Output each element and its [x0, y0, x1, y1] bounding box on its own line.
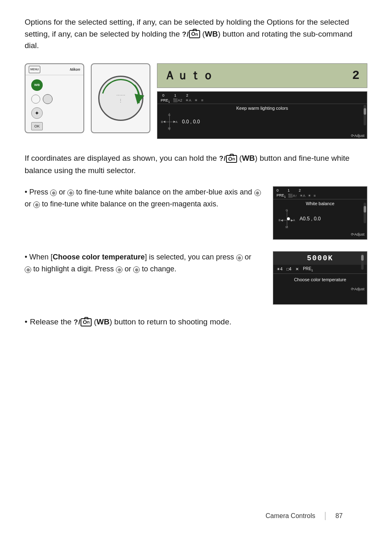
- page-footer: Camera Controls 87: [265, 512, 343, 520]
- camera-top-bar: MENU Nikon: [25, 64, 83, 75]
- wb-button-icon-2: ?/On: [219, 153, 237, 164]
- wb-button-row: WB: [31, 79, 78, 91]
- ct-lcd-top: 5000K: [273, 252, 367, 265]
- wb-lcd-screen: 0 1 2 PRE1 ⬛A↑ ☀A ☀ ≡ White: [273, 186, 367, 240]
- wb2-icon-3: ☀: [308, 194, 311, 198]
- wb2-a-arrow: ▶A: [291, 219, 295, 222]
- ct-icon-sun4: ☀4: [277, 267, 283, 271]
- intro-text-before: Options for the selected setting, if any…: [25, 18, 267, 26]
- footer-section-label: Camera Controls: [265, 512, 315, 520]
- scale-num-2: 2: [186, 93, 188, 97]
- wb2-num-1: 1: [288, 188, 290, 192]
- scale-num-1: 1: [174, 93, 176, 97]
- release-text: Release the ?/On (WB) button to return t…: [30, 316, 232, 328]
- v-line: [169, 113, 170, 130]
- lcd-scale-numbers: 0 1 2: [162, 93, 188, 97]
- camera-panel-image: MENU Nikon WB ✦ O: [25, 63, 84, 133]
- b-label: B: [161, 120, 163, 123]
- btn-row-3: ✦: [31, 107, 78, 119]
- wb2-scale-row: 0 1 2: [273, 187, 367, 192]
- ct-nav-icon-4: ⊕: [133, 266, 140, 273]
- lcd-icons-row: PRE1 ⬛A2 ☀A ☀ ≡: [157, 97, 367, 104]
- lcd-grid-area: G M B ◀ ▶ A 0.0 , 0.0: [157, 112, 367, 133]
- bullet2-section: • When [Choose color temperature] is sel…: [25, 251, 367, 305]
- lcd-values-text: 0.0 , 0.0: [182, 119, 200, 125]
- dial-center-marks: ⋯⋯⋮: [116, 93, 125, 103]
- ct-label-text: Choose color temperature: [294, 277, 346, 282]
- nav-icon-2: ⊕: [67, 190, 74, 196]
- menu-text: MENU: [30, 68, 39, 71]
- wb2-adjust-label: ⟳Adjust: [351, 232, 364, 236]
- wb2-b-arrow: B◀: [279, 219, 283, 222]
- round-dial: ✦: [31, 107, 43, 119]
- wb-green-button: WB: [31, 79, 43, 91]
- page-content: Options for the selected setting, if any…: [25, 16, 367, 537]
- ct-scrollbar-area: [361, 253, 364, 270]
- wb2-adjust: ⟳Adjust: [273, 231, 367, 237]
- a-label: A: [175, 120, 178, 123]
- dial-panel-image: ⋯⋯⋮: [91, 63, 150, 133]
- lcd-auto-screen: Ａｕｔｏ 2: [157, 63, 367, 88]
- ct-icon-x: ✕: [295, 267, 299, 271]
- intro-paragraph: Options for the selected setting, if any…: [25, 16, 367, 52]
- ct-scrollbar-thumb: [361, 255, 364, 261]
- btn-row-4: OK: [31, 122, 78, 130]
- lcd-icon-sunA: ☀A: [185, 98, 191, 102]
- small-button-1: [31, 95, 40, 104]
- nav-icon-1: ⊕: [50, 190, 57, 196]
- bullet2-content: • When [Choose color temperature] is sel…: [25, 251, 263, 275]
- ct-scrollbar: [361, 253, 364, 270]
- wb2-values-area: A0.5 , 0.0: [300, 216, 321, 222]
- scale-num-0: 0: [162, 93, 164, 97]
- ct-adjust: ⟳Adjust: [273, 285, 367, 293]
- ct-nav-icon-2: ⊕: [25, 266, 31, 273]
- white-balance-label: White balance: [306, 201, 334, 206]
- pre1-label: PRE1: [161, 98, 170, 103]
- wb2-scale-nums: 0 1 2: [277, 188, 301, 192]
- nikon-logo: Nikon: [70, 67, 80, 72]
- lcd-screens-container: Ａｕｔｏ 2 0 1 2: [157, 63, 367, 139]
- lcd-icon-extra: ≡: [201, 98, 203, 102]
- camera-buttons-area: WB ✦ OK: [25, 75, 83, 134]
- wb2-icons-row: PRE1 ⬛A↑ ☀A ☀ ≡: [273, 192, 367, 199]
- bullet1-section: • Press ⊕ or ⊕ to fine-tune white balanc…: [25, 186, 367, 240]
- wb2-pre-label: PRE1: [277, 193, 286, 198]
- right-arrow: ▶: [173, 120, 175, 123]
- wb2-values-text: A0.5 , 0.0: [300, 216, 321, 222]
- wb2-crosshair-container: G M B◀ ▶A: [277, 208, 297, 229]
- nav-icon-4: ⊕: [33, 201, 40, 208]
- btn-row-2: [31, 94, 78, 104]
- ct-icon-box4: □4: [287, 267, 292, 271]
- command-dial: ⋯⋯⋮: [98, 76, 143, 121]
- images-row: MENU Nikon WB ✦ O: [25, 63, 367, 139]
- dial-arrows-inner: ✦: [35, 110, 39, 116]
- round-button-1: [43, 94, 53, 104]
- wb-button-icon-3: ?/On: [74, 317, 92, 328]
- nav-icon-3: ⊕: [254, 190, 261, 196]
- ct-nav-icon-1: ⊕: [236, 255, 243, 261]
- rectangular-button: OK: [31, 122, 43, 130]
- menu-icon: MENU: [29, 66, 40, 73]
- bullet1-content: • Press ⊕ or ⊕ to fine-tune white balanc…: [25, 186, 263, 210]
- wb2-scrollbar-track: [364, 203, 366, 223]
- ct-adjust-label: ⟳Adjust: [351, 287, 364, 291]
- crosshair-container: G M B ◀ ▶ A: [161, 113, 178, 130]
- ct-nav-icon-3: ⊕: [116, 266, 122, 273]
- wb2-num-2: 2: [299, 188, 301, 192]
- wb2-icon-2: ☀A: [300, 194, 305, 198]
- lcd-adjust-btn: ⟳Adjust: [157, 133, 367, 139]
- footer-divider: [325, 512, 325, 520]
- bullet2-text: • When [Choose color temperature] is sel…: [25, 251, 256, 275]
- ct-label: Choose color temperature: [273, 274, 367, 285]
- lcd-scale-row: 0 1 2: [157, 92, 367, 97]
- scrollbar-thumb: [364, 108, 366, 115]
- section2-paragraph: If coordinates are displayed as shown, y…: [25, 152, 367, 176]
- wb2-label: White balance: [273, 199, 367, 208]
- ct-icon-pre1: PRE1: [303, 266, 313, 272]
- bullet-dot-release: •: [25, 316, 28, 328]
- wb-button-icon-1: ?/On: [182, 29, 200, 40]
- ct-temp-value: 5000K: [307, 254, 333, 262]
- adjust-label: ⟳Adjust: [351, 134, 364, 138]
- lcd-auto-num: 2: [352, 69, 360, 83]
- lcd-wb-screen: 0 1 2 PRE1 ⬛A2 ☀A ☀: [157, 91, 367, 139]
